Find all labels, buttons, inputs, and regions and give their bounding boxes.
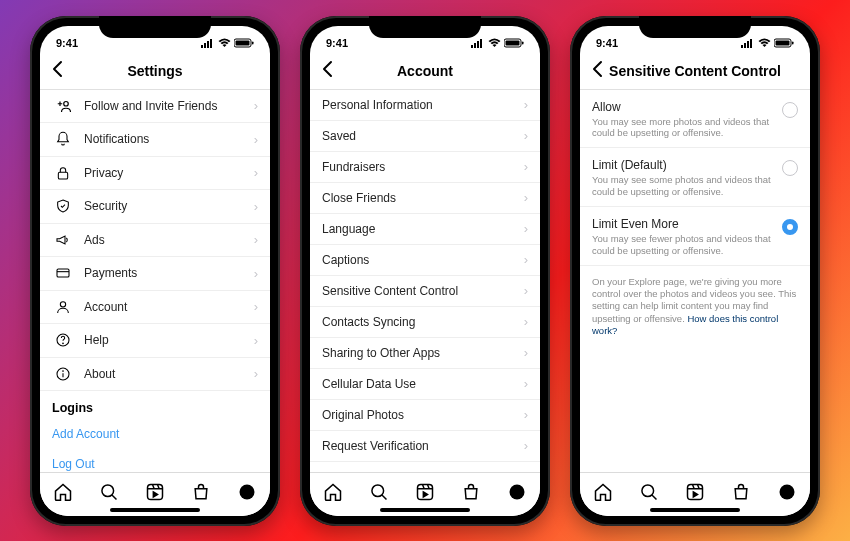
nav-profile-icon[interactable] <box>771 476 803 512</box>
home-indicator <box>110 508 200 512</box>
svg-rect-29 <box>506 40 520 45</box>
svg-point-51 <box>780 485 795 500</box>
row-contacts-syncing[interactable]: Contacts Syncing› <box>310 307 540 338</box>
row-posts-youve-liked[interactable]: Posts You've Liked› <box>310 462 540 472</box>
radio-icon[interactable] <box>782 102 798 118</box>
svg-rect-0 <box>201 45 203 48</box>
page-title: Settings <box>127 63 182 79</box>
row-cellular-data-use[interactable]: Cellular Data Use› <box>310 369 540 400</box>
settings-list: Follow and Invite Friends › Notification… <box>40 90 270 472</box>
option-limit-default[interactable]: Limit (Default) You may see some photos … <box>580 148 810 207</box>
row-label: Sharing to Other Apps <box>322 346 524 360</box>
svg-rect-44 <box>792 41 794 44</box>
bell-icon <box>52 131 74 147</box>
svg-line-46 <box>652 495 657 500</box>
back-button[interactable] <box>588 56 608 86</box>
row-label: Follow and Invite Friends <box>84 99 254 113</box>
chevron-right-icon: › <box>524 128 528 143</box>
notch <box>99 16 211 38</box>
option-allow[interactable]: Allow You may see more photos and videos… <box>580 90 810 149</box>
header: Sensitive Content Control <box>580 54 810 90</box>
row-sharing-other-apps[interactable]: Sharing to Other Apps› <box>310 338 540 369</box>
option-desc: You may see some photos and videos that … <box>592 174 774 198</box>
notch <box>639 16 751 38</box>
row-sensitive-content-control[interactable]: Sensitive Content Control› <box>310 276 540 307</box>
row-request-verification[interactable]: Request Verification› <box>310 431 540 462</box>
svg-rect-5 <box>236 40 250 45</box>
svg-point-45 <box>642 485 654 497</box>
svg-point-31 <box>372 485 384 497</box>
row-label: Captions <box>322 253 524 267</box>
status-time: 9:41 <box>326 37 348 49</box>
cellular-signal-icon <box>471 38 485 48</box>
person-plus-icon <box>52 97 74 115</box>
wifi-icon <box>488 38 501 48</box>
row-label: About <box>84 367 254 381</box>
radio-icon[interactable] <box>782 160 798 176</box>
row-help[interactable]: Help › <box>40 324 270 358</box>
screen-account: 9:41 Account Personal Information› Saved… <box>310 26 540 516</box>
row-label: Sensitive Content Control <box>322 284 524 298</box>
radio-icon[interactable] <box>782 219 798 235</box>
chevron-right-icon: › <box>524 283 528 298</box>
nav-home-icon[interactable] <box>587 476 619 512</box>
row-follow-invite[interactable]: Follow and Invite Friends › <box>40 90 270 124</box>
nav-profile-icon[interactable] <box>501 476 533 512</box>
row-about[interactable]: About › <box>40 358 270 392</box>
back-button[interactable] <box>318 56 338 86</box>
chevron-right-icon: › <box>254 333 258 348</box>
svg-point-11 <box>60 301 65 306</box>
home-indicator <box>380 508 470 512</box>
wifi-icon <box>758 38 771 48</box>
row-close-friends[interactable]: Close Friends› <box>310 183 540 214</box>
cellular-signal-icon <box>741 38 755 48</box>
row-account[interactable]: Account › <box>40 291 270 325</box>
svg-rect-3 <box>210 39 212 48</box>
chevron-right-icon: › <box>254 299 258 314</box>
phone-frame: 9:41 Settings Follow and Invite Friends … <box>30 16 280 526</box>
row-label: Notifications <box>84 132 254 146</box>
row-fundraisers[interactable]: Fundraisers› <box>310 152 540 183</box>
screen-settings: 9:41 Settings Follow and Invite Friends … <box>40 26 270 516</box>
svg-rect-2 <box>207 41 209 48</box>
svg-rect-26 <box>477 41 479 48</box>
row-notifications[interactable]: Notifications › <box>40 123 270 157</box>
row-captions[interactable]: Captions› <box>310 245 540 276</box>
row-saved[interactable]: Saved› <box>310 121 540 152</box>
svg-rect-38 <box>741 45 743 48</box>
row-label: Account <box>84 300 254 314</box>
chevron-right-icon: › <box>524 376 528 391</box>
chevron-right-icon: › <box>524 97 528 112</box>
nav-home-icon[interactable] <box>317 476 349 512</box>
row-language[interactable]: Language› <box>310 214 540 245</box>
svg-point-37 <box>510 485 525 500</box>
svg-rect-47 <box>688 485 703 500</box>
add-account-link[interactable]: Add Account <box>40 419 270 449</box>
row-payments[interactable]: Payments › <box>40 257 270 291</box>
svg-point-7 <box>64 101 69 106</box>
svg-point-17 <box>102 485 114 497</box>
row-ads[interactable]: Ads › <box>40 224 270 258</box>
svg-rect-30 <box>522 41 524 44</box>
cellular-signal-icon <box>201 38 215 48</box>
option-limit-even-more[interactable]: Limit Even More You may see fewer photos… <box>580 207 810 266</box>
back-button[interactable] <box>48 56 68 86</box>
log-out-link[interactable]: Log Out <box>40 449 270 472</box>
nav-profile-icon[interactable] <box>231 476 263 512</box>
row-privacy[interactable]: Privacy › <box>40 157 270 191</box>
row-label: Close Friends <box>322 191 524 205</box>
row-label: Payments <box>84 266 254 280</box>
chevron-right-icon: › <box>524 407 528 422</box>
row-security[interactable]: Security › <box>40 190 270 224</box>
battery-icon <box>774 38 794 48</box>
info-text: On your Explore page, we're giving you m… <box>580 266 810 348</box>
nav-home-icon[interactable] <box>47 476 79 512</box>
battery-icon <box>234 38 254 48</box>
row-personal-information[interactable]: Personal Information› <box>310 90 540 121</box>
row-label: Cellular Data Use <box>322 377 524 391</box>
header: Account <box>310 54 540 90</box>
home-indicator <box>650 508 740 512</box>
row-label: Ads <box>84 233 254 247</box>
row-original-photos[interactable]: Original Photos› <box>310 400 540 431</box>
row-label: Security <box>84 199 254 213</box>
